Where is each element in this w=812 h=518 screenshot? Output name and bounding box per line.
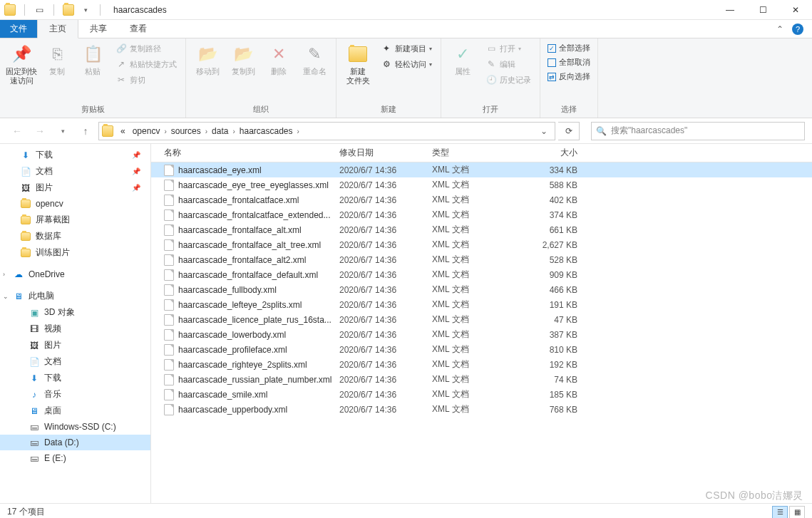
close-button[interactable]: ✕: [779, 0, 812, 20]
file-row[interactable]: haarcascade_eye_tree_eyeglasses.xml2020/…: [151, 177, 812, 192]
new-folder-button[interactable]: 新建 文件夹: [341, 40, 375, 88]
file-row[interactable]: haarcascade_upperbody.xml2020/6/7 14:36X…: [151, 402, 812, 417]
tab-share[interactable]: 共享: [78, 20, 118, 38]
tab-view[interactable]: 查看: [118, 20, 158, 38]
nav-disk-e[interactable]: 🖴E (E:): [0, 450, 150, 466]
breadcrumb-part[interactable]: opencv: [130, 126, 163, 136]
file-name: haarcascade_frontalface_alt.xml: [178, 225, 302, 235]
select-all-button[interactable]: ✓全部选择: [545, 41, 593, 55]
nav-screenshots[interactable]: 屏幕截图: [0, 212, 150, 228]
minimize-button[interactable]: —: [714, 0, 746, 20]
chevron-right-icon[interactable]: ›: [296, 128, 301, 135]
easy-access-button[interactable]: ⚙轻松访问▾: [378, 57, 435, 71]
new-folder-icon: [346, 43, 369, 66]
file-row[interactable]: haarcascade_profileface.xml2020/6/7 14:3…: [151, 342, 812, 357]
breadcrumb-part[interactable]: haarcascades: [237, 126, 296, 136]
collapse-icon[interactable]: ⌄: [3, 293, 9, 300]
navigation-pane[interactable]: ⬇下载📌 📄文档📌 🖼图片📌 opencv 屏幕截图 数据库 训练图片 ›☁On…: [0, 144, 151, 503]
view-details-button[interactable]: ☰: [772, 506, 788, 519]
file-type: XML 文档: [432, 403, 518, 415]
help-icon[interactable]: ?: [792, 24, 803, 35]
nav-database[interactable]: 数据库: [0, 228, 150, 244]
file-row[interactable]: haarcascade_lowerbody.xml2020/6/7 14:36X…: [151, 327, 812, 342]
breadcrumb-part[interactable]: sources: [168, 126, 204, 136]
nav-music[interactable]: ♪音乐: [0, 386, 150, 403]
paste-button[interactable]: 📋 粘贴: [76, 40, 110, 79]
file-row[interactable]: haarcascade_smile.xml2020/6/7 14:36XML 文…: [151, 387, 812, 402]
view-icons-button[interactable]: ▦: [789, 506, 805, 519]
qat-folder-icon[interactable]: [63, 4, 74, 16]
search-input[interactable]: 🔍 搜索"haarcascades": [591, 122, 805, 140]
breadcrumb[interactable]: « opencv›sources›data›haarcascades› ⌄: [98, 122, 555, 140]
file-row[interactable]: haarcascade_russian_plate_number.xml2020…: [151, 372, 812, 387]
nav-downloads2[interactable]: ⬇下载: [0, 370, 150, 386]
file-row[interactable]: haarcascade_licence_plate_rus_16sta...20…: [151, 312, 812, 327]
chevron-right-icon[interactable]: ›: [204, 128, 209, 135]
nav-3d-objects[interactable]: ▣3D 对象: [0, 304, 150, 321]
file-row[interactable]: haarcascade_frontalface_alt.xml2020/6/7 …: [151, 222, 812, 237]
nav-videos[interactable]: 🎞视频: [0, 321, 150, 337]
qat-properties-icon[interactable]: ▭: [34, 4, 45, 16]
cut-button[interactable]: ✂剪切: [113, 73, 180, 87]
copy-to-button[interactable]: 📂复制到: [226, 40, 260, 79]
qat-dropdown-icon[interactable]: ▾: [80, 4, 91, 16]
chevron-right-icon[interactable]: ›: [231, 128, 236, 135]
nav-pictures[interactable]: 🖼图片📌: [0, 180, 150, 196]
file-row[interactable]: haarcascade_eye.xml2020/6/7 14:36XML 文档3…: [151, 162, 812, 177]
paste-shortcut-button[interactable]: ↗粘贴快捷方式: [113, 57, 180, 71]
breadcrumb-part[interactable]: data: [209, 126, 231, 136]
up-button[interactable]: ↑: [76, 122, 96, 140]
file-row[interactable]: haarcascade_fullbody.xml2020/6/7 14:36XM…: [151, 282, 812, 297]
col-header-size[interactable]: 大小: [518, 147, 589, 159]
history-button[interactable]: 🕘历史记录: [483, 73, 534, 87]
nav-disk-d[interactable]: 🖴Data (D:): [0, 435, 150, 450]
nav-train-pics[interactable]: 训练图片: [0, 244, 150, 261]
file-row[interactable]: haarcascade_frontalface_default.xml2020/…: [151, 267, 812, 282]
col-header-date[interactable]: 修改日期: [339, 147, 432, 159]
expand-icon[interactable]: ›: [3, 271, 5, 278]
nav-opencv[interactable]: opencv: [0, 196, 150, 212]
nav-desktop[interactable]: 🖥桌面: [0, 403, 150, 419]
nav-this-pc[interactable]: ⌄🖥此电脑: [0, 288, 150, 304]
nav-disk-c[interactable]: 🖴Windows-SSD (C:): [0, 419, 150, 435]
file-type: XML 文档: [432, 373, 518, 385]
chevron-right-icon[interactable]: ›: [163, 128, 168, 135]
nav-downloads[interactable]: ⬇下载📌: [0, 147, 150, 163]
breadcrumb-dropdown-icon[interactable]: ⌄: [536, 126, 552, 136]
select-none-button[interactable]: 全部取消: [545, 56, 593, 69]
move-to-button[interactable]: 📂移动到: [190, 40, 225, 79]
recent-dropdown[interactable]: ▾: [53, 122, 73, 140]
properties-button[interactable]: ✓属性: [446, 40, 480, 79]
col-header-type[interactable]: 类型: [432, 147, 518, 159]
col-header-name[interactable]: 名称: [151, 147, 339, 159]
edit-button[interactable]: ✎编辑: [483, 57, 534, 71]
copy-button[interactable]: ⎘ 复制: [40, 40, 74, 79]
copy-icon: ⎘: [46, 43, 68, 66]
nav-documents2[interactable]: 📄文档: [0, 353, 150, 370]
rename-button[interactable]: ✎重命名: [297, 40, 332, 79]
breadcrumb-prefix[interactable]: «: [118, 126, 128, 136]
pin-quick-access-button[interactable]: 📌 固定到快 速访问: [4, 40, 38, 88]
file-row[interactable]: haarcascade_frontalcatface.xml2020/6/7 1…: [151, 192, 812, 207]
copy-path-button[interactable]: 🔗复制路径: [113, 41, 180, 56]
back-button[interactable]: ←: [7, 122, 27, 140]
nav-onedrive[interactable]: ›☁OneDrive: [0, 266, 150, 282]
file-row[interactable]: haarcascade_lefteye_2splits.xml2020/6/7 …: [151, 297, 812, 312]
file-row[interactable]: haarcascade_frontalface_alt_tree.xml2020…: [151, 237, 812, 252]
file-row[interactable]: haarcascade_frontalcatface_extended...20…: [151, 207, 812, 222]
tab-file[interactable]: 文件: [0, 20, 37, 38]
nav-documents[interactable]: 📄文档📌: [0, 163, 150, 180]
refresh-button[interactable]: ⟳: [558, 122, 580, 140]
file-row[interactable]: haarcascade_frontalface_alt2.xml2020/6/7…: [151, 252, 812, 267]
invert-selection-button[interactable]: ⇄反向选择: [545, 70, 593, 83]
ribbon-collapse-icon[interactable]: ⌃: [776, 24, 783, 34]
maximize-button[interactable]: ☐: [746, 0, 779, 20]
file-list[interactable]: haarcascade_eye.xml2020/6/7 14:36XML 文档3…: [151, 162, 812, 503]
new-item-button[interactable]: ✦新建项目▾: [378, 41, 435, 56]
nav-pictures2[interactable]: 🖼图片: [0, 337, 150, 353]
tab-home[interactable]: 主页: [37, 20, 78, 38]
open-button[interactable]: ▭打开▾: [483, 41, 534, 56]
file-row[interactable]: haarcascade_righteye_2splits.xml2020/6/7…: [151, 357, 812, 372]
forward-button[interactable]: →: [30, 122, 50, 140]
delete-button[interactable]: ✕删除: [262, 40, 296, 79]
